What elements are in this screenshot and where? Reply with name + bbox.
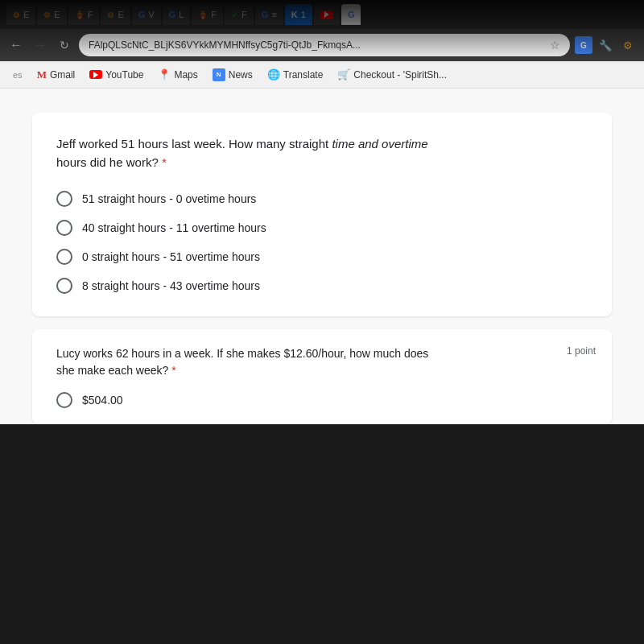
bookmark-maps[interactable]: 📍 Maps bbox=[151, 66, 204, 83]
option-1b[interactable]: 40 straight hours - 11 overtime hours bbox=[56, 220, 588, 236]
bookmark-youtube-label: YouTube bbox=[105, 69, 143, 80]
bookmarks-bar: es M Gmail YouTube 📍 Maps N News 🌐 Trans… bbox=[0, 61, 644, 89]
checkout-icon: 🛒 bbox=[337, 68, 350, 80]
option-1a[interactable]: 51 straight hours - 0 ovetime hours bbox=[56, 191, 588, 207]
option-2a[interactable]: $504.00 bbox=[56, 392, 588, 408]
tab-f3[interactable]: ✓ F bbox=[225, 4, 254, 25]
radio-1a[interactable] bbox=[56, 191, 72, 207]
bookmark-star-icon[interactable]: ☆ bbox=[550, 39, 560, 52]
question-2-body: Lucy works 62 hours in a week. If she ma… bbox=[56, 347, 428, 377]
tab-e2[interactable]: ⚙ E bbox=[37, 4, 66, 25]
points-badge-2: 1 point bbox=[567, 345, 596, 357]
extension-icon-1[interactable]: 🔧 bbox=[596, 35, 615, 55]
url-text: FAlpQLScNtC_BLjKS6VYkkMYMHNffsyC5g7ti-Qt… bbox=[89, 39, 545, 51]
option-1c[interactable]: 0 straight hours - 51 overtime hours bbox=[56, 249, 588, 265]
extension-icon-2[interactable]: ⚙ bbox=[618, 35, 638, 55]
bookmark-translate[interactable]: 🌐 Translate bbox=[261, 66, 330, 83]
options-list-1: 51 straight hours - 0 ovetime hours 40 s… bbox=[56, 191, 588, 294]
required-marker-2: * bbox=[171, 364, 175, 377]
required-marker-1: * bbox=[162, 155, 167, 169]
radio-1c[interactable] bbox=[56, 249, 72, 265]
tab-f2[interactable]: 🏺 F bbox=[192, 4, 223, 25]
tab-e1[interactable]: ⚙ E bbox=[6, 4, 35, 25]
option-2a-label: $504.00 bbox=[82, 394, 123, 407]
maps-icon: 📍 bbox=[158, 68, 171, 80]
question-2-card: 1 point Lucy works 62 hours in a week. I… bbox=[32, 329, 612, 424]
radio-1d[interactable] bbox=[56, 278, 72, 294]
tab-e3[interactable]: ⚙ E bbox=[101, 4, 130, 25]
browser-chrome: ⚙ E ⚙ E 🏺 F ⚙ E G V G L 🏺 F ✓ F G ≡ K 1 bbox=[0, 0, 644, 89]
tab-g3[interactable]: G bbox=[341, 4, 361, 25]
option-1d-label: 8 straight hours - 43 overtime hours bbox=[82, 279, 260, 292]
option-1b-label: 40 straight hours - 11 overtime hours bbox=[82, 221, 266, 234]
toolbar-icons: G 🔧 ⚙ bbox=[575, 35, 638, 55]
radio-1b[interactable] bbox=[56, 220, 72, 236]
refresh-button[interactable]: ↻ bbox=[55, 35, 74, 55]
tab-yt[interactable] bbox=[314, 4, 340, 25]
bookmark-checkout[interactable]: 🛒 Checkout - 'SpiritSh... bbox=[331, 66, 453, 83]
gmail-icon: M bbox=[37, 68, 47, 81]
bookmark-gmail-label: Gmail bbox=[50, 69, 75, 80]
question-1-card: Jeff worked 51 hours last week. How many… bbox=[32, 113, 612, 316]
tab-gl[interactable]: G L bbox=[163, 4, 191, 25]
forward-button[interactable]: → bbox=[31, 35, 50, 55]
tab-g2[interactable]: G ≡ bbox=[255, 4, 283, 25]
translate-icon: 🌐 bbox=[267, 68, 280, 80]
question-1-text: Jeff worked 51 hours last week. How many… bbox=[56, 135, 588, 171]
tab-k[interactable]: K 1 bbox=[285, 4, 312, 25]
bookmark-maps-label: Maps bbox=[174, 69, 197, 80]
address-bar: ← → ↻ FAlpQLScNtC_BLjKS6VYkkMYMHNffsyC5g… bbox=[0, 29, 644, 61]
tab-bar: ⚙ E ⚙ E 🏺 F ⚙ E G V G L 🏺 F ✓ F G ≡ K 1 bbox=[0, 0, 644, 29]
news-icon: N bbox=[213, 68, 225, 81]
youtube-icon bbox=[89, 70, 102, 79]
bookmark-youtube[interactable]: YouTube bbox=[83, 67, 150, 83]
option-1d[interactable]: 8 straight hours - 43 overtime hours bbox=[56, 278, 588, 294]
url-box[interactable]: FAlpQLScNtC_BLjKS6VYkkMYMHNffsyC5g7ti-Qt… bbox=[79, 34, 570, 56]
bookmark-es[interactable]: es bbox=[6, 68, 29, 82]
tab-f1[interactable]: 🏺 F bbox=[68, 4, 100, 25]
bookmark-checkout-label: Checkout - 'SpiritSh... bbox=[353, 69, 447, 80]
tab-g1[interactable]: G V bbox=[132, 4, 161, 25]
bookmark-news-label: News bbox=[229, 69, 253, 80]
google-icon[interactable]: G bbox=[575, 36, 592, 54]
bookmark-gmail[interactable]: M Gmail bbox=[31, 66, 82, 84]
option-1c-label: 0 straight hours - 51 overtime hours bbox=[82, 250, 260, 263]
back-button[interactable]: ← bbox=[6, 35, 26, 55]
question-2-text: Lucy works 62 hours in a week. If she ma… bbox=[56, 345, 588, 379]
radio-2a[interactable] bbox=[56, 392, 72, 408]
bookmark-translate-label: Translate bbox=[283, 69, 324, 80]
bookmark-news[interactable]: N News bbox=[206, 66, 259, 84]
page-content: Jeff worked 51 hours last week. How many… bbox=[0, 89, 644, 424]
option-1a-label: 51 straight hours - 0 ovetime hours bbox=[82, 192, 256, 205]
question-1-body: Jeff worked 51 hours last week. How many… bbox=[56, 137, 428, 169]
